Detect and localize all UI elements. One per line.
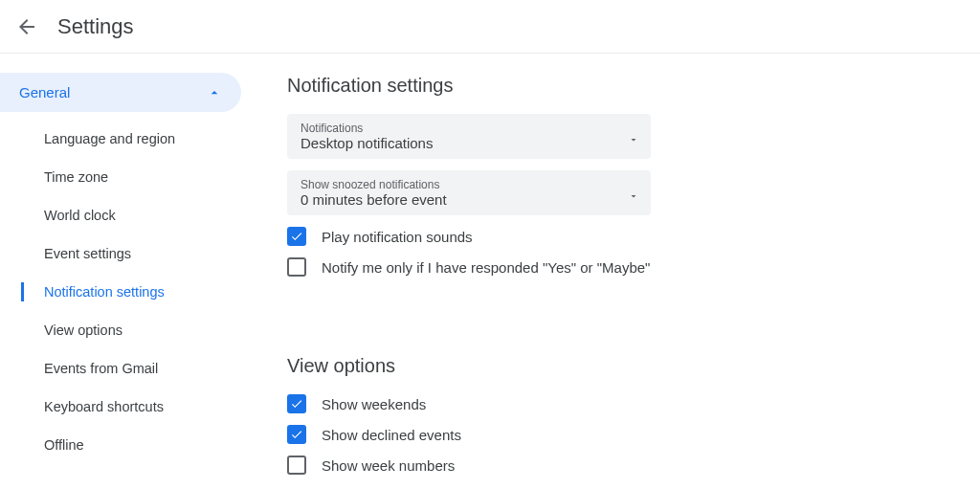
checkbox-label: Play notification sounds — [322, 229, 473, 245]
notify-yes-maybe-checkbox-row[interactable]: Notify me only if I have responded "Yes"… — [287, 257, 942, 277]
sidebar-items: Language and region Time zone World cloc… — [0, 112, 249, 464]
dropdown-label: Notifications — [301, 122, 433, 135]
play-sounds-checkbox-row[interactable]: Play notification sounds — [287, 227, 942, 246]
sidebar-item-label: World clock — [44, 208, 116, 223]
caret-down-icon — [628, 189, 637, 198]
sidebar-section-general[interactable]: General — [0, 73, 241, 112]
dropdown-value: 0 minutes before event — [301, 191, 447, 208]
sidebar-item-language-and-region[interactable]: Language and region — [0, 120, 249, 158]
checkbox-checked-icon — [287, 227, 306, 246]
checkbox-checked-icon — [287, 425, 306, 444]
checkbox-unchecked-icon — [287, 257, 306, 277]
page-title: Settings — [57, 14, 134, 39]
caret-down-icon — [628, 132, 637, 142]
checkbox-label: Notify me only if I have responded "Yes"… — [322, 259, 650, 276]
sidebar-item-label: View options — [44, 322, 122, 338]
show-declined-checkbox-row[interactable]: Show declined events — [287, 425, 942, 444]
content-area: General Language and region Time zone Wo… — [0, 54, 980, 489]
sidebar-item-label: Language and region — [44, 131, 175, 146]
checkbox-checked-icon — [287, 394, 306, 413]
sidebar-section-title: General — [19, 84, 70, 100]
show-weekends-checkbox-row[interactable]: Show weekends — [287, 394, 942, 413]
sidebar: General Language and region Time zone Wo… — [0, 54, 249, 489]
back-arrow-icon[interactable] — [15, 15, 38, 38]
sidebar-item-label: Keyboard shortcuts — [44, 399, 164, 414]
show-week-numbers-checkbox-row[interactable]: Show week numbers — [287, 456, 942, 475]
sidebar-item-label: Event settings — [44, 246, 131, 261]
sidebar-item-label: Time zone — [44, 169, 108, 185]
sidebar-item-offline[interactable]: Offline — [0, 426, 249, 464]
sidebar-item-label: Notification settings — [44, 284, 165, 300]
sidebar-item-event-settings[interactable]: Event settings — [0, 234, 249, 273]
sidebar-item-label: Offline — [44, 437, 84, 453]
checkbox-unchecked-icon — [287, 456, 306, 475]
dropdown-value: Desktop notifications — [301, 135, 433, 151]
main-panel: Notification settings Notifications Desk… — [249, 54, 980, 489]
checkbox-label: Show weekends — [322, 396, 426, 412]
sidebar-item-label: Events from Gmail — [44, 361, 158, 376]
sidebar-item-world-clock[interactable]: World clock — [0, 196, 249, 234]
notification-settings-title: Notification settings — [287, 75, 942, 97]
chevron-up-icon — [207, 85, 222, 100]
sidebar-item-view-options[interactable]: View options — [0, 311, 249, 349]
checkbox-label: Show week numbers — [322, 457, 455, 474]
dropdown-label: Show snoozed notifications — [301, 178, 447, 191]
snoozed-notifications-dropdown[interactable]: Show snoozed notifications 0 minutes bef… — [287, 170, 651, 215]
sidebar-item-events-from-gmail[interactable]: Events from Gmail — [0, 349, 249, 388]
checkbox-label: Show declined events — [322, 427, 461, 443]
notifications-dropdown[interactable]: Notifications Desktop notifications — [287, 114, 651, 159]
settings-header: Settings — [0, 0, 980, 54]
view-options-title: View options — [287, 355, 942, 377]
sidebar-item-keyboard-shortcuts[interactable]: Keyboard shortcuts — [0, 388, 249, 426]
sidebar-item-notification-settings[interactable]: Notification settings — [0, 273, 249, 311]
sidebar-item-time-zone[interactable]: Time zone — [0, 158, 249, 196]
